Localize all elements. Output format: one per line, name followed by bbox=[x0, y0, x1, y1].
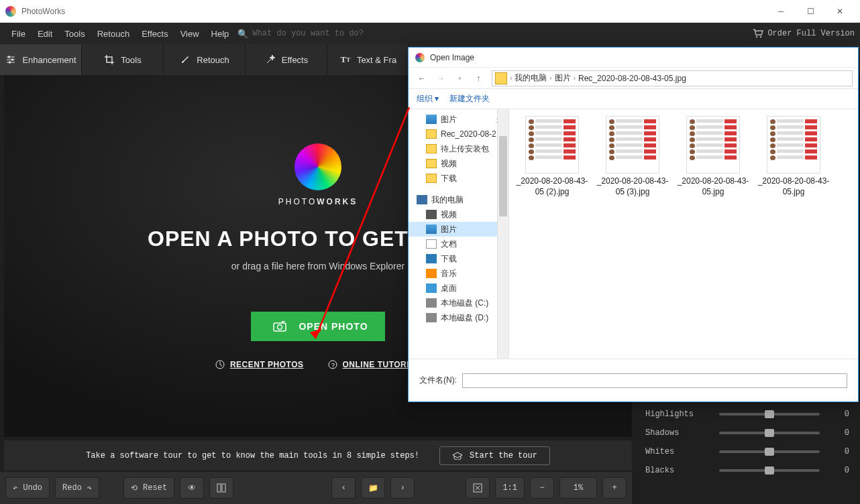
folder-icon bbox=[426, 129, 437, 139]
organize-menu[interactable]: 组织 ▾ bbox=[417, 93, 439, 105]
nav-forward-button[interactable]: → bbox=[433, 74, 449, 83]
svg-rect-7 bbox=[9, 62, 11, 64]
tree-item[interactable]: 下载 bbox=[409, 171, 508, 186]
tree-item-label: 下载 bbox=[441, 253, 457, 265]
crumb-item[interactable]: 图片 bbox=[555, 72, 571, 84]
menu-edit[interactable]: Edit bbox=[32, 29, 58, 39]
compare-icon bbox=[217, 483, 226, 493]
crumb-item[interactable]: Rec_2020-08-20-08-43-05.jpg bbox=[578, 74, 686, 83]
brush-icon bbox=[179, 54, 191, 66]
file-thumbnail bbox=[606, 116, 659, 174]
menu-file[interactable]: File bbox=[5, 29, 32, 39]
file-list[interactable]: _2020-08-20-08-43-05 (2).jpg_2020-08-20-… bbox=[509, 109, 858, 359]
tab-tools[interactable]: Tools bbox=[82, 44, 164, 75]
new-folder-button[interactable]: 新建文件夹 bbox=[449, 93, 490, 105]
slider-shadows[interactable]: Shadows0 bbox=[645, 424, 849, 442]
slider-blacks[interactable]: Blacks0 bbox=[645, 461, 849, 480]
tree-item[interactable]: 图片📌 bbox=[409, 112, 508, 127]
maximize-button[interactable]: ☐ bbox=[796, 0, 825, 23]
svg-rect-16 bbox=[222, 484, 225, 492]
online-tutorials-link[interactable]: ? ONLINE TUTORIAL bbox=[328, 360, 421, 369]
undo-icon: ↶ bbox=[13, 483, 17, 493]
scrollbar[interactable] bbox=[497, 109, 508, 359]
order-full-version-link[interactable]: Order Full Version bbox=[753, 29, 855, 38]
nav-next-button[interactable]: › bbox=[390, 477, 415, 499]
file-item[interactable]: _2020-08-20-08-43-05 (3).jpg bbox=[596, 116, 669, 197]
nav-prev-button[interactable]: ‹ bbox=[331, 477, 356, 499]
redo-button[interactable]: Redo↷ bbox=[55, 477, 99, 499]
menu-effects[interactable]: Effects bbox=[136, 29, 174, 39]
open-photo-button[interactable]: + OPEN PHOTO bbox=[251, 312, 385, 341]
tree-item[interactable]: 视频 bbox=[409, 156, 508, 171]
tree-item[interactable]: 本地磁盘 (C:) bbox=[409, 296, 508, 310]
tree-item[interactable]: 我的电脑 bbox=[409, 192, 508, 207]
actual-size-button[interactable]: 1:1 bbox=[495, 477, 525, 499]
menu-view[interactable]: View bbox=[174, 29, 205, 39]
menu-help[interactable]: Help bbox=[205, 29, 235, 39]
svg-text:?: ? bbox=[331, 362, 335, 369]
bottom-bar: ↶Undo Redo↷ ⟲Reset 👁 ‹ 📁 › 1:1 − 1% + bbox=[0, 472, 632, 504]
tree-item-label: 桌面 bbox=[441, 283, 457, 294]
minus-icon: − bbox=[539, 483, 544, 493]
preview-toggle-button[interactable]: 👁 bbox=[180, 477, 204, 499]
reset-button[interactable]: ⟲Reset bbox=[123, 477, 174, 499]
tab-enhancement[interactable]: Enhancement bbox=[0, 44, 82, 75]
slider-whites[interactable]: Whites0 bbox=[645, 442, 849, 461]
cart-icon bbox=[753, 29, 763, 38]
tree-item[interactable]: 桌面 bbox=[409, 281, 508, 296]
tree-item-label: 我的电脑 bbox=[431, 194, 464, 206]
tree-item[interactable]: 下载 bbox=[409, 251, 508, 266]
file-item[interactable]: _2020-08-20-08-43-05 (2).jpg bbox=[516, 116, 588, 197]
folder-icon bbox=[426, 174, 437, 183]
tab-retouch[interactable]: Retouch bbox=[164, 44, 246, 75]
dialog-bottom: 文件名(N): bbox=[409, 359, 858, 401]
search-placeholder[interactable]: What do you want to do? bbox=[252, 29, 364, 38]
zoom-level[interactable]: 1% bbox=[559, 477, 597, 499]
doc-icon bbox=[426, 239, 437, 249]
tree-item[interactable]: 视频 bbox=[409, 207, 508, 222]
slider-highlights[interactable]: Highlights0 bbox=[645, 405, 849, 424]
compare-button[interactable] bbox=[209, 477, 233, 499]
start-tour-button[interactable]: Start the tour bbox=[439, 446, 550, 465]
minimize-button[interactable]: ─ bbox=[766, 0, 796, 23]
folder-button[interactable]: 📁 bbox=[361, 477, 385, 499]
nav-recent-button[interactable]: ▾ bbox=[451, 75, 468, 82]
open-image-dialog: Open Image ← → ▾ ↑ › 我的电脑 › 图片 › Rec_202… bbox=[408, 47, 859, 402]
undo-button[interactable]: ↶Undo bbox=[5, 477, 50, 499]
file-name: _2020-08-20-08-43-05 (2).jpg bbox=[516, 176, 588, 197]
file-item[interactable]: _2020-08-20-08-43-05.jpg bbox=[757, 116, 830, 197]
zoom-in-button[interactable]: + bbox=[602, 477, 627, 499]
tab-effects[interactable]: Effects bbox=[246, 44, 327, 75]
folder-tree[interactable]: 图片📌Rec_2020-08-2待上传安装包视频下载我的电脑视频图片文档下载音乐… bbox=[409, 109, 509, 359]
tree-item[interactable]: 图片 bbox=[409, 222, 508, 237]
close-button[interactable]: ✕ bbox=[825, 0, 855, 23]
menu-retouch[interactable]: Retouch bbox=[91, 29, 136, 39]
file-item[interactable]: _2020-08-20-08-43-05.jpg bbox=[677, 116, 749, 197]
file-name: _2020-08-20-08-43-05.jpg bbox=[757, 176, 830, 197]
tree-item[interactable]: 音乐 bbox=[409, 266, 508, 281]
folder-icon bbox=[495, 72, 507, 84]
folder-icon bbox=[426, 144, 437, 153]
svg-point-1 bbox=[760, 36, 761, 38]
chevron-right-icon: › bbox=[400, 483, 405, 493]
breadcrumb[interactable]: › 我的电脑 › 图片 › Rec_2020-08-20-08-43-05.jp… bbox=[492, 70, 853, 86]
search-icon[interactable]: 🔍 bbox=[237, 29, 248, 39]
nav-up-button[interactable]: ↑ bbox=[470, 74, 486, 83]
tree-item[interactable]: 待上传安装包 bbox=[409, 141, 508, 156]
tab-text[interactable]: TT Text & Fra bbox=[327, 44, 409, 75]
zoom-out-button[interactable]: − bbox=[530, 477, 554, 499]
crumb-item[interactable]: 我的电脑 bbox=[515, 72, 547, 84]
tree-item[interactable]: 本地磁盘 (D:) bbox=[409, 310, 508, 325]
desk-icon bbox=[426, 284, 437, 293]
recent-photos-link[interactable]: RECENT PHOTOS bbox=[215, 360, 304, 369]
filename-input[interactable] bbox=[462, 373, 847, 388]
menubar: File Edit Tools Retouch Effects View Hel… bbox=[0, 23, 860, 44]
svg-rect-15 bbox=[217, 484, 221, 492]
tree-item[interactable]: Rec_2020-08-2 bbox=[409, 127, 508, 141]
dialog-titlebar[interactable]: Open Image bbox=[409, 48, 858, 68]
tree-item[interactable]: 文档 bbox=[409, 237, 508, 251]
menu-tools[interactable]: Tools bbox=[58, 29, 91, 39]
svg-point-0 bbox=[756, 36, 757, 38]
nav-back-button[interactable]: ← bbox=[414, 74, 430, 83]
fit-screen-button[interactable] bbox=[466, 477, 490, 499]
